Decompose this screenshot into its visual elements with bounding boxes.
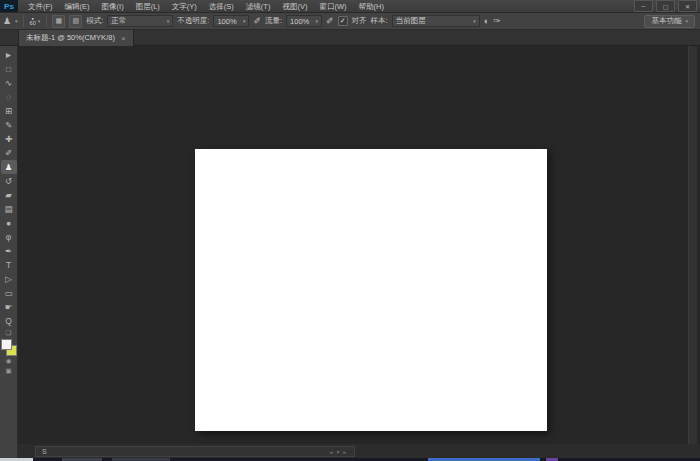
shape-tool[interactable]: ▭ [1,286,17,300]
minimize-button[interactable]: ─ [634,0,653,12]
tools-panel: ► □ ∿ ◌ ⊞ ✎ ✚ ✐ ♟ ↺ ▰ ▤ ● φ ✒ T ▷ ▭ ☛ Q … [0,46,18,458]
menu-item-type[interactable]: 文字(Y) [166,0,203,13]
brush-preview: ● 60 [30,16,36,26]
sample-value: 当前图层 [396,16,426,26]
photoshop-logo-icon: Ps [0,0,18,12]
flow-label: 流量: [265,16,282,26]
rectangular-marquee-tool[interactable]: □ [1,62,17,76]
opacity-select[interactable]: 100% ▾ [213,15,249,27]
separator [46,15,47,27]
tab-close-icon[interactable]: × [121,34,126,43]
crop-tool[interactable]: ⊞ [1,104,17,118]
menu-item-filter[interactable]: 滤镜(T) [240,0,277,13]
clone-stamp-preset-icon[interactable]: ♟ [3,17,11,26]
menu-item-image[interactable]: 图像(I) [96,0,130,13]
chevron-down-icon: ▾ [473,18,476,24]
status-panel-controls[interactable]: «×» [330,449,354,455]
screen-mode-icon[interactable]: ▣ [1,366,17,376]
default-swatches-icon[interactable]: ❏ [1,328,17,338]
menu-item-edit[interactable]: 编辑(E) [59,0,96,13]
lasso-tool[interactable]: ∿ [1,76,17,90]
airbrush-opacity-pressure-icon[interactable]: ✐ [253,17,261,26]
menu-item-view[interactable]: 视图(V) [276,0,313,13]
color-swatches [1,339,17,356]
airbrush-mode-icon[interactable]: ✐ [326,17,334,26]
blend-mode-select[interactable]: 正常 ▾ [107,15,173,27]
quick-selection-tool[interactable]: ◌ [1,90,17,104]
blur-tool[interactable]: ● [1,216,17,230]
maximize-button[interactable]: ▢ [656,0,675,12]
mode-label: 模式: [86,16,103,26]
menu-item-layer[interactable]: 图层(L) [130,0,166,13]
ignore-adjustment-layers-icon[interactable]: ◐ [484,17,489,26]
chevron-down-icon: ▾ [167,18,170,24]
close-button[interactable]: ✕ [678,0,697,12]
next-icon[interactable]: » [343,449,349,455]
eyedropper-tool[interactable]: ✎ [1,118,17,132]
status-strip: S «×» [18,444,700,458]
eraser-tool[interactable]: ▰ [1,188,17,202]
brush-size-value: 60 [30,21,36,26]
toggle-brush-panel-icon[interactable]: ▦ [52,15,65,28]
photoshop-window: Ps 文件(F) 编辑(E) 图像(I) 图层(L) 文字(Y) 选择(S) 滤… [0,0,700,461]
sample-label: 样本: [371,16,388,26]
toggle-clone-source-panel-icon[interactable]: ▨ [69,15,82,28]
brush-tool[interactable]: ✐ [1,146,17,160]
aligned-checkbox[interactable]: ✓ [338,16,348,26]
chevron-down-icon: ▾ [685,18,688,24]
status-panel: S «×» [35,446,355,457]
sample-select[interactable]: 当前图层 ▾ [392,15,480,27]
move-tool[interactable]: ► [1,48,17,62]
gradient-tool[interactable]: ▤ [1,202,17,216]
hand-tool[interactable]: ☛ [1,300,17,314]
flow-value: 100% [290,17,309,26]
separator [23,15,24,27]
menu-item-help[interactable]: 帮助(H) [353,0,390,13]
clone-stamp-tool[interactable]: ♟ [1,160,17,174]
chevron-down-icon: ▾ [38,18,41,24]
quick-mask-icon[interactable]: ◉ [1,356,17,366]
document-tab-bar: 未标题-1 @ 50%(CMYK/8) × [0,30,700,46]
path-selection-tool[interactable]: ▷ [1,272,17,286]
menu-item-select[interactable]: 选择(S) [203,0,240,13]
canvas-area [18,46,700,444]
workspace-switcher-button[interactable]: 基本功能 ▾ [644,15,695,28]
dodge-tool[interactable]: φ [1,230,17,244]
tool-options-bar: ♟ ▾ ● 60 ▾ ▦ ▨ 模式: 正常 ▾ 不透明度: 100% ▾ ✐ 流… [0,13,700,30]
opacity-value: 100% [217,17,236,26]
window-controls: ─ ▢ ✕ [634,0,700,12]
history-brush-tool[interactable]: ↺ [1,174,17,188]
chevron-down-icon: ▾ [243,18,246,24]
type-tool[interactable]: T [1,258,17,272]
document-tab-title: 未标题-1 @ 50%(CMYK/8) [26,33,115,43]
brush-preset-picker[interactable]: ● 60 ▾ [29,16,42,26]
blend-mode-value: 正常 [111,16,126,26]
aligned-label: 对齐 [352,16,367,26]
zoom-tool[interactable]: Q [1,314,17,328]
menu-bar: Ps 文件(F) 编辑(E) 图像(I) 图层(L) 文字(Y) 选择(S) 滤… [0,0,700,13]
document-tab[interactable]: 未标题-1 @ 50%(CMYK/8) × [18,30,134,46]
pen-tool[interactable]: ✒ [1,244,17,258]
opacity-label: 不透明度: [177,16,209,26]
chevron-down-icon[interactable]: ▾ [15,18,18,24]
menu-item-file[interactable]: 文件(F) [22,0,59,13]
chevron-down-icon: ▾ [316,18,319,24]
foreground-color-swatch[interactable] [1,339,12,350]
workspace-name: 基本功能 [651,16,681,26]
document-canvas[interactable] [195,149,547,431]
spot-healing-brush-tool[interactable]: ✚ [1,132,17,146]
tablet-pressure-icon[interactable]: ✑ [493,17,501,26]
menu-item-window[interactable]: 窗口(W) [313,0,352,13]
flow-select[interactable]: 100% ▾ [286,15,322,27]
panel-dock-strip[interactable] [688,46,697,444]
status-label: S [36,448,47,455]
